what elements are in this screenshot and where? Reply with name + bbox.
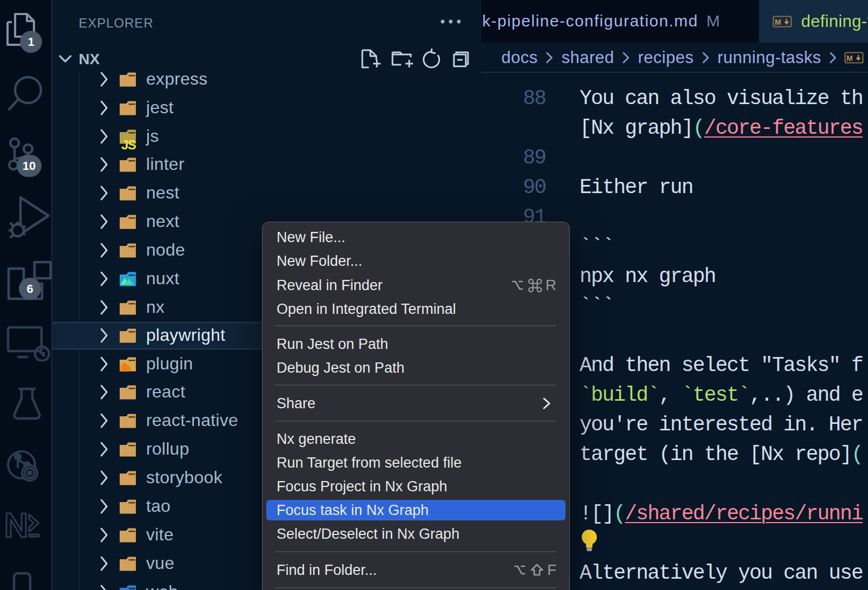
svg-text:JS: JS: [121, 138, 136, 152]
svg-text:M: M: [846, 54, 853, 63]
